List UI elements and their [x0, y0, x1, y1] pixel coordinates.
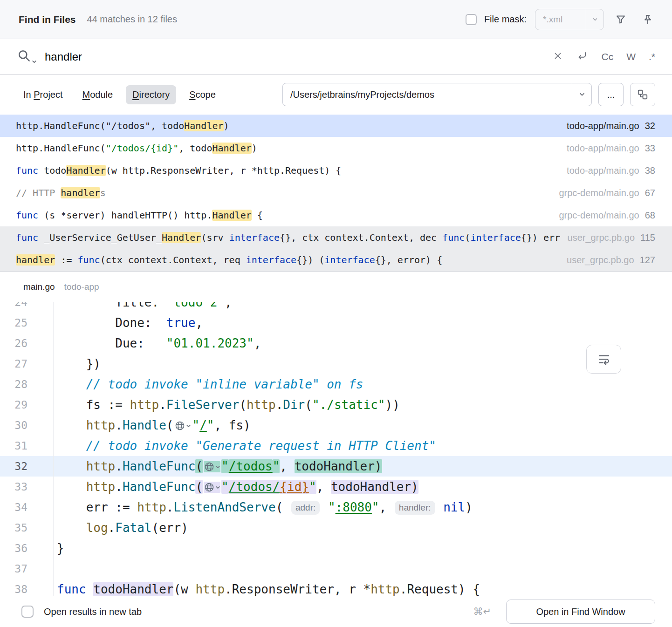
editor-line[interactable]: 37: [0, 559, 672, 579]
code-text: Dir: [283, 398, 305, 412]
editor-line[interactable]: 30 http.Handle("/", fs): [0, 415, 672, 436]
search-icon[interactable]: [17, 48, 34, 65]
code-text: ,: [280, 459, 294, 473]
directory-combo[interactable]: /Users/jetbrains/myProjects/demos: [282, 83, 592, 106]
code-text: }: [57, 541, 64, 555]
editor-line[interactable]: 29 fs := http.FileServer(http.Dir("./sta…: [0, 395, 672, 415]
result-file: user_grpc.pb.go: [568, 232, 635, 243]
filter-icon[interactable]: [610, 9, 631, 30]
code-text: :=: [55, 254, 77, 266]
result-row[interactable]: http.HandleFunc("/todos/{id}", todoHandl…: [0, 137, 672, 159]
result-row[interactable]: func _UserService_GetUser_Handler(srv in…: [0, 226, 672, 249]
editor-line[interactable]: 35 log.Fatal(err): [0, 518, 672, 538]
file-mask-combo[interactable]: *.xml: [535, 9, 604, 30]
match-highlight: Handler: [212, 210, 251, 221]
clear-search-icon[interactable]: [553, 51, 563, 63]
newline-icon[interactable]: [576, 50, 588, 64]
editor-line[interactable]: 31 // todo invoke "Generate request in H…: [0, 436, 672, 456]
editor-line[interactable]: 33 http.HandleFunc("/todos/{id}", todoHa…: [0, 477, 672, 497]
code-text: ,: [316, 480, 331, 494]
match-summary: 44 matches in 12 files: [87, 14, 177, 25]
code-text: {}, error) {: [375, 254, 443, 266]
code-text: todoHandler): [331, 480, 418, 494]
editor-line[interactable]: 32 http.HandleFunc("/todos", todoHandler…: [0, 456, 672, 477]
file-mask-checkbox[interactable]: [466, 14, 477, 25]
pin-icon[interactable]: [638, 9, 658, 30]
code-line: http.HandleFunc("/todos", todoHandler): [54, 456, 382, 477]
code-text: http.HandleFunc("/todos", todo: [16, 120, 184, 131]
code-line: fs := http.FileServer(http.Dir("./static…: [54, 395, 400, 415]
match-highlight: Handler: [66, 165, 105, 176]
result-row[interactable]: // HTTP handlersgrpc-demo/main.go67: [0, 182, 672, 204]
result-location: grpc-demo/main.go68: [551, 210, 672, 221]
preview-project-label: todo-app: [64, 282, 99, 292]
code-text: func: [77, 254, 100, 266]
editor-line[interactable]: 38func todoHandler(w http.ResponseWriter…: [0, 579, 672, 596]
search-input[interactable]: handler: [45, 50, 553, 63]
result-row[interactable]: handler := func(ctx context.Context, req…: [0, 249, 672, 271]
words-toggle[interactable]: W: [626, 51, 636, 62]
code-text: [86, 582, 94, 596]
scope-tab-in-project[interactable]: In Project: [17, 85, 69, 104]
code-text: :8080: [336, 500, 372, 514]
code-text: (srv: [201, 232, 229, 243]
editor-line[interactable]: 28 // todo invoke "inline variable" on f…: [0, 374, 672, 395]
match-case-toggle[interactable]: Cc: [601, 51, 613, 62]
result-line-number: 67: [645, 188, 655, 198]
code-text: HandleFunc: [123, 480, 196, 494]
page-title: Find in Files: [19, 14, 76, 25]
directory-path-input[interactable]: /Users/jetbrains/myProjects/demos: [283, 89, 572, 100]
editor-line[interactable]: 24 Title: "todo 2",: [0, 302, 672, 313]
result-location: user_grpc.pb.go115: [560, 232, 672, 243]
result-location: todo-app/main.go38: [559, 165, 672, 176]
result-code: handler := func(ctx context.Context, req…: [16, 254, 559, 266]
browse-directory-button[interactable]: ...: [598, 83, 624, 106]
code-text: (w: [173, 582, 195, 596]
code-text: /todos: [229, 459, 273, 473]
directory-structure-icon[interactable]: [630, 83, 655, 106]
chevron-down-icon[interactable]: [586, 9, 603, 30]
code-text: {}) error, interceptor grpc.UnaryServerI…: [521, 232, 560, 243]
result-line-number: 32: [645, 121, 655, 131]
editor-line[interactable]: 36}: [0, 538, 672, 559]
shortcut-hint: ⌘↵: [473, 606, 491, 617]
code-line: // todo invoke "Generate request in HTTP…: [54, 436, 436, 456]
code-text: Fatal: [115, 521, 151, 535]
header-controls: File mask: *.xml: [466, 9, 658, 30]
dialog-footer: Open results in new tab ⌘↵ Open in Find …: [0, 596, 672, 627]
scope-tab-module[interactable]: Module: [76, 85, 120, 104]
editor-line[interactable]: 27 }): [0, 354, 672, 374]
code-text: err :=: [57, 500, 137, 514]
result-row[interactable]: func todoHandler(w http.ResponseWriter, …: [0, 159, 672, 182]
code-text: ": [207, 418, 214, 432]
code-text: "todo 2": [166, 302, 225, 309]
code-text: (ctx context.Context, req: [100, 254, 246, 266]
open-in-find-window-button[interactable]: Open in Find Window: [506, 600, 655, 624]
open-results-new-tab-checkbox[interactable]: [21, 606, 34, 618]
scope-bar: In ProjectModuleDirectoryScope /Users/je…: [0, 75, 672, 115]
code-text: .ResponseWriter, r *: [225, 582, 370, 596]
code-text: {}, ctx context.Context, dec: [280, 232, 442, 243]
editor-line[interactable]: 26 Due: "01.01.2023",: [0, 333, 672, 354]
code-text: .: [115, 480, 123, 494]
result-row[interactable]: func (s *server) handleHTTP() http.Handl…: [0, 204, 672, 226]
scope-tab-scope[interactable]: Scope: [183, 85, 222, 104]
match-highlight: Handler: [184, 120, 223, 131]
code-text: [57, 377, 86, 391]
scope-tab-directory[interactable]: Directory: [126, 85, 176, 104]
result-row[interactable]: http.HandleFunc("/todos", todoHandler)to…: [0, 115, 672, 137]
search-bar: handler Cc W .*: [0, 39, 672, 75]
editor-line[interactable]: 34 err := http.ListenAndServe( addr: ":8…: [0, 497, 672, 518]
result-code: http.HandleFunc("/todos", todoHandler): [16, 120, 559, 131]
editor-line[interactable]: 25 Done: true,: [0, 313, 672, 333]
soft-wrap-icon[interactable]: [586, 345, 621, 374]
regex-toggle[interactable]: .*: [649, 51, 655, 62]
preview-file-tab[interactable]: main.go: [23, 282, 55, 292]
open-results-new-tab-label: Open results in new tab: [44, 607, 142, 617]
chevron-down-icon[interactable]: [572, 83, 591, 106]
code-text: ,: [225, 302, 232, 309]
code-line: func todoHandler(w http.ResponseWriter, …: [54, 579, 480, 596]
code-text: HandleFunc: [123, 459, 196, 473]
code-editor[interactable]: 24 Title: "todo 2",25 Done: true,26 Due:…: [0, 302, 672, 596]
line-number: 24: [0, 302, 54, 313]
